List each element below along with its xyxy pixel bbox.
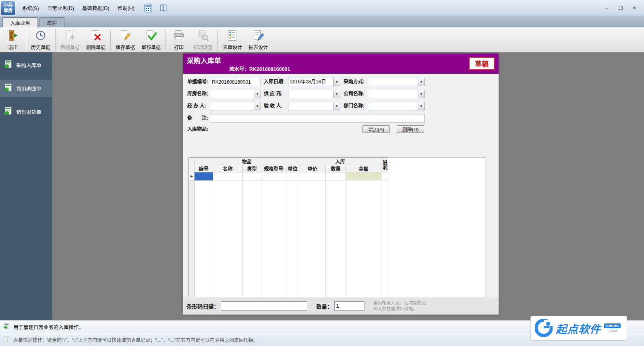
- audit-doc-label: 审核单据: [141, 44, 161, 50]
- tab-welcome[interactable]: 欢迎: [39, 17, 64, 27]
- chevron-down-icon[interactable]: ▼: [418, 102, 425, 110]
- chevron-down-icon[interactable]: ▼: [254, 90, 261, 98]
- col-header-price: 单价: [299, 165, 326, 172]
- sidebar-item-requisition-return[interactable]: 领用退回单: [0, 80, 52, 97]
- app-logo: 小兵 库房: [1, 1, 15, 15]
- minimize-button[interactable]: ─: [601, 4, 613, 12]
- sidebar-item-purchase-inbound[interactable]: 采购入库单: [0, 56, 52, 73]
- delete-row-button[interactable]: 删除(D): [397, 125, 424, 133]
- col-header-qty: 数量: [326, 165, 346, 172]
- inbound-items-label: 入库物品:: [187, 125, 208, 134]
- barcode-qty-input[interactable]: [334, 301, 364, 311]
- doc-green-arrow-icon: [3, 106, 13, 117]
- chevron-down-icon[interactable]: ▼: [254, 102, 261, 110]
- print-preview-label: 打印浏览: [193, 44, 213, 50]
- company-combo[interactable]: ▼: [368, 90, 425, 98]
- menu-daily-business[interactable]: 日常业务(D): [43, 2, 78, 14]
- print-label: 打印: [174, 44, 184, 50]
- menu-basic-data[interactable]: 基础数据(D): [78, 2, 113, 14]
- form-body: 单据编号: 入库日期: 2016年08月16日 ▼ 采购方式: ▼ 库房名称: …: [183, 74, 499, 297]
- supplier-label: 供 应 商:: [264, 90, 283, 98]
- cell-code-selected[interactable]: [195, 172, 213, 180]
- chevron-down-icon[interactable]: ▼: [418, 90, 425, 98]
- inspector-value: [288, 102, 333, 110]
- col-header-name: 名称: [213, 165, 243, 172]
- chevron-down-icon[interactable]: ▼: [333, 90, 340, 98]
- clock-icon: [35, 29, 47, 43]
- app-window: 小兵 库房 系统(S) 日常业务(D) 基础数据(D) 帮助(H) ─ ❐ ✕: [0, 0, 644, 346]
- history-docs-label: 历史单据: [31, 44, 50, 50]
- cell-spec[interactable]: [261, 172, 286, 180]
- remark-input[interactable]: [210, 114, 425, 122]
- notebook-icon[interactable]: [158, 2, 169, 14]
- items-grid: 物品 入库 说明 编号 名称 类型 规格型号 单位 单价 数量 金额: [188, 157, 485, 305]
- chevron-down-icon[interactable]: ▼: [333, 102, 340, 110]
- serial-value: RK201608160001: [249, 66, 290, 72]
- new-doc-label: 新建单据: [60, 44, 80, 50]
- col-header-unit: 单位: [286, 165, 299, 172]
- new-doc-button: 新建单据: [57, 29, 83, 51]
- delete-doc-button[interactable]: 删除单据: [83, 29, 109, 51]
- doc-green-arrow-icon: [3, 60, 13, 70]
- warehouse-combo[interactable]: ▼: [210, 90, 261, 98]
- print-preview-icon: [197, 29, 209, 43]
- chevron-down-icon[interactable]: ▼: [418, 78, 425, 86]
- cell-type[interactable]: [243, 172, 261, 180]
- cell-note[interactable]: [381, 172, 388, 180]
- doc-no-label: 单据编号:: [187, 78, 208, 86]
- workspace: 采购入库单 流水号：RK201608160001 草稿 单据编号: 入库日期: …: [52, 52, 644, 320]
- row-indicator-arrow: ▶: [189, 172, 195, 180]
- title-bar: 小兵 库房 系统(S) 日常业务(D) 基础数据(D) 帮助(H) ─ ❐ ✕: [0, 0, 644, 16]
- print-button[interactable]: 打印: [168, 29, 190, 51]
- barcode-strip: 条形码扫描： 数量： 条码枪录入区，每次按指定 输入的数量进行增加。: [183, 297, 499, 315]
- menu-help[interactable]: 帮助(H): [113, 2, 138, 14]
- menu-system[interactable]: 系统(S): [18, 2, 43, 14]
- doc-no-input[interactable]: [210, 78, 261, 86]
- report-design-button[interactable]: 报表设计: [245, 29, 271, 51]
- exit-button[interactable]: 退出: [2, 29, 24, 51]
- close-button[interactable]: ✕: [629, 4, 640, 12]
- group-header-note: 说明: [381, 158, 388, 172]
- chevron-down-icon[interactable]: ▼: [333, 78, 340, 86]
- cell-unit[interactable]: [286, 172, 299, 180]
- tab-inbound-business[interactable]: 入库业务: [2, 17, 38, 27]
- barcode-scan-input[interactable]: [221, 301, 307, 311]
- col-header-type: 类型: [243, 165, 261, 172]
- check-icon: [145, 29, 157, 43]
- save-doc-button[interactable]: 保存单据: [112, 29, 138, 51]
- handler-combo[interactable]: ▼: [210, 102, 261, 110]
- department-combo[interactable]: ▼: [368, 102, 425, 110]
- tab-bar: 入库业务 欢迎: [0, 16, 644, 27]
- supplier-combo[interactable]: ▼: [288, 90, 340, 98]
- department-label: 部门名称:: [344, 102, 364, 110]
- purchase-method-combo[interactable]: ▼: [368, 78, 425, 86]
- inbound-date-combo[interactable]: 2016年08月16日 ▼: [288, 78, 340, 86]
- cell-qty[interactable]: [326, 172, 346, 180]
- cell-name[interactable]: [213, 172, 243, 180]
- col-header-amount: 金额: [346, 165, 381, 172]
- calculator-icon[interactable]: [143, 2, 154, 14]
- form-design-button[interactable]: 表单设计: [219, 29, 245, 51]
- watermark-domain: CNCRK .COM: [604, 323, 621, 333]
- history-docs-button[interactable]: 历史单据: [28, 29, 54, 51]
- watermark-chip: CNCRK: [604, 323, 621, 328]
- form-design-label: 表单设计: [223, 44, 242, 50]
- watermark-brand: 起点软件: [556, 321, 601, 336]
- cell-price[interactable]: [299, 172, 326, 180]
- sidebar-item-label: 领用退回单: [16, 85, 41, 92]
- inbound-date-value: 2016年08月16日: [288, 78, 333, 86]
- maximize-button[interactable]: ❐: [615, 4, 626, 12]
- print-preview-button: 打印浏览: [190, 29, 216, 51]
- form-header: 采购入库单 流水号：RK201608160001 草稿: [183, 54, 499, 74]
- delete-doc-label: 删除单据: [86, 44, 106, 50]
- supplier-value: [288, 90, 333, 98]
- sidebar-item-sales-return[interactable]: 销售退货单: [0, 103, 52, 120]
- purchase-method-label: 采购方式:: [344, 78, 364, 86]
- audit-doc-button[interactable]: 审核单据: [138, 29, 164, 51]
- company-label: 公司名称:: [344, 90, 364, 98]
- add-row-button[interactable]: 增加(A): [362, 125, 390, 133]
- sidebar-item-label: 销售退货单: [16, 108, 41, 116]
- inspector-combo[interactable]: ▼: [288, 102, 340, 110]
- cell-amount[interactable]: [346, 172, 381, 180]
- form-design-icon: [226, 29, 238, 43]
